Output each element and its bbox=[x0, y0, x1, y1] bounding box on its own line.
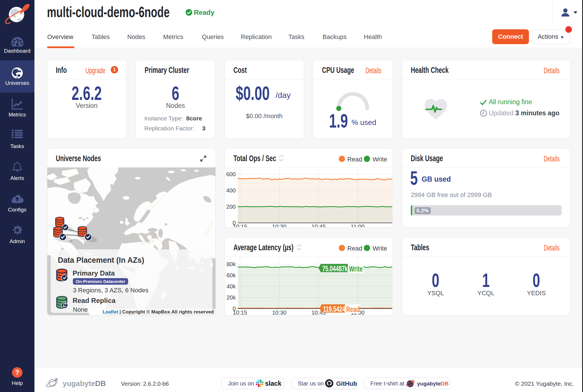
svg-text:?: ? bbox=[15, 369, 19, 376]
